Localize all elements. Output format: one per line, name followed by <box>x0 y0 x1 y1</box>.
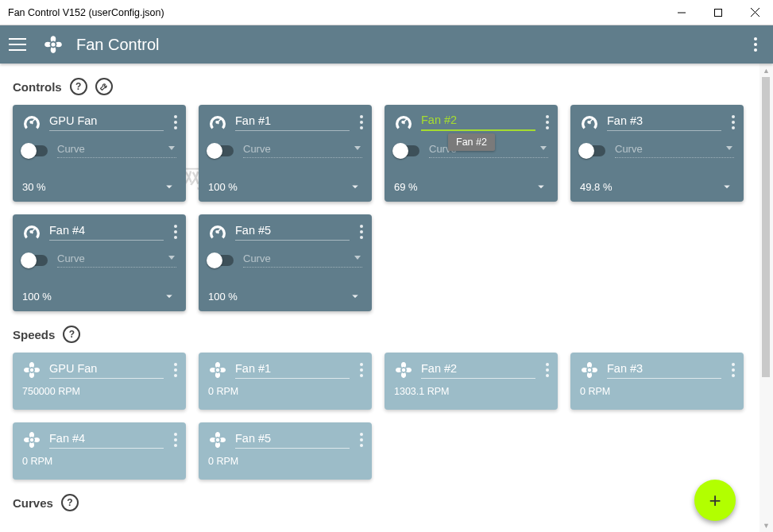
enable-toggle[interactable] <box>394 145 419 156</box>
card-menu-icon[interactable] <box>358 430 362 449</box>
speed-rpm: 0 RPM <box>208 456 362 467</box>
speed-rpm: 1303.1 RPM <box>394 386 548 397</box>
control-name-input[interactable]: Fan #3 <box>607 114 721 131</box>
svg-rect-4 <box>9 38 26 40</box>
speed-name-input[interactable]: Fan #1 <box>235 362 350 379</box>
curve-select[interactable]: Curve <box>615 143 734 158</box>
svg-point-11 <box>30 368 33 372</box>
gauge-icon <box>208 222 227 241</box>
control-name-input[interactable]: Fan #4 <box>49 224 164 241</box>
expand-icon[interactable] <box>720 179 734 194</box>
card-menu-icon[interactable] <box>172 430 176 449</box>
gauge-icon <box>22 113 41 132</box>
gauge-icon <box>22 222 41 241</box>
section-header-speeds: Speeds ? <box>13 326 747 343</box>
vertical-scrollbar[interactable]: ▲ ▼ <box>759 64 773 532</box>
tooltip: Fan #2 <box>448 133 495 151</box>
control-percent: 30 % <box>22 181 46 193</box>
fan-icon <box>208 430 227 449</box>
control-card: GPU FanCurve30 % <box>13 105 186 202</box>
card-menu-icon[interactable] <box>543 360 548 380</box>
speed-rpm: 0 RPM <box>22 456 176 467</box>
toolbar-more-icon[interactable] <box>746 35 765 54</box>
expand-icon[interactable] <box>348 289 362 303</box>
maximize-button[interactable] <box>700 0 736 25</box>
wrench-icon[interactable] <box>95 78 113 95</box>
app-toolbar: Fan Control <box>0 25 773 64</box>
card-menu-icon[interactable] <box>729 360 734 380</box>
card-menu-icon[interactable] <box>543 113 548 132</box>
control-percent: 100 % <box>208 181 238 193</box>
svg-point-16 <box>216 438 219 441</box>
svg-point-8 <box>754 37 757 40</box>
card-menu-icon[interactable] <box>172 113 176 132</box>
speeds-grid: GPU Fan750000 RPMFan #10 RPMFan #21303.1… <box>13 353 747 480</box>
control-name-input[interactable]: GPU Fan <box>49 114 164 131</box>
speed-card: Fan #30 RPM <box>570 353 744 410</box>
speed-card: Fan #50 RPM <box>199 422 372 480</box>
scroll-thumb[interactable] <box>762 77 770 377</box>
svg-point-10 <box>754 48 757 52</box>
enable-toggle[interactable] <box>208 255 234 266</box>
card-menu-icon[interactable] <box>172 360 176 380</box>
speed-name-input[interactable]: Fan #4 <box>49 432 164 449</box>
help-icon[interactable]: ? <box>70 78 87 95</box>
curve-select[interactable]: Curve <box>243 253 362 268</box>
svg-rect-6 <box>9 49 26 51</box>
control-name-input[interactable]: Fan #1 <box>235 114 350 131</box>
control-card: Fan #1Curve100 % <box>199 105 372 202</box>
enable-toggle[interactable] <box>580 145 605 156</box>
card-menu-icon[interactable] <box>172 222 176 241</box>
card-menu-icon[interactable] <box>358 360 362 380</box>
expand-icon[interactable] <box>348 179 362 194</box>
close-button[interactable] <box>736 0 773 25</box>
add-fab-button[interactable]: + <box>694 480 736 521</box>
section-title: Curves <box>13 496 53 510</box>
curve-select[interactable]: Curve <box>243 143 362 158</box>
speed-rpm: 750000 RPM <box>22 386 176 397</box>
speed-card: GPU Fan750000 RPM <box>13 353 186 410</box>
curve-select[interactable]: Curve <box>57 253 176 268</box>
speed-card: Fan #40 RPM <box>13 422 186 480</box>
expand-icon[interactable] <box>162 289 176 303</box>
gauge-icon <box>580 113 599 132</box>
speed-name-input[interactable]: Fan #5 <box>235 432 350 449</box>
scroll-up-icon[interactable]: ▲ <box>759 64 773 77</box>
speed-rpm: 0 RPM <box>580 386 734 397</box>
window-titlebar: Fan Control V152 (userConfig.json) <box>0 0 773 25</box>
app-title: Fan Control <box>76 36 160 54</box>
control-name-input[interactable]: Fan #2 <box>421 114 535 131</box>
card-menu-icon[interactable] <box>729 113 734 132</box>
speed-name-input[interactable]: GPU Fan <box>49 362 164 379</box>
fan-icon <box>394 360 413 380</box>
scroll-track[interactable] <box>759 77 773 519</box>
window-title: Fan Control V152 (userConfig.json) <box>8 7 164 18</box>
scroll-down-icon[interactable]: ▼ <box>759 519 773 532</box>
enable-toggle[interactable] <box>22 255 48 266</box>
control-name-input[interactable]: Fan #5 <box>235 224 350 241</box>
help-icon[interactable]: ? <box>63 326 80 343</box>
control-card: Fan #3Curve49.8 % <box>570 105 744 202</box>
fan-icon <box>22 430 41 449</box>
control-percent: 100 % <box>208 291 238 303</box>
svg-rect-5 <box>9 44 26 45</box>
help-icon[interactable]: ? <box>61 494 79 511</box>
fan-icon <box>208 360 227 380</box>
speed-name-input[interactable]: Fan #3 <box>607 362 721 379</box>
svg-point-9 <box>754 43 757 46</box>
expand-icon[interactable] <box>534 179 548 194</box>
speed-rpm: 0 RPM <box>208 386 362 397</box>
control-percent: 49.8 % <box>580 181 612 193</box>
curve-select[interactable]: Curve <box>57 143 176 158</box>
speed-name-input[interactable]: Fan #2 <box>421 362 535 379</box>
minimize-button[interactable] <box>663 0 700 25</box>
control-card: Fan #4Curve100 % <box>13 214 186 311</box>
menu-icon[interactable] <box>8 35 27 54</box>
main-content: 亿 破 姐 网 站 Controls ? GPU FanCurve30 %Fan… <box>0 64 759 532</box>
expand-icon[interactable] <box>162 179 176 194</box>
speed-card: Fan #10 RPM <box>199 353 372 410</box>
card-menu-icon[interactable] <box>358 222 362 241</box>
card-menu-icon[interactable] <box>358 113 362 132</box>
enable-toggle[interactable] <box>208 145 234 156</box>
enable-toggle[interactable] <box>22 145 48 156</box>
